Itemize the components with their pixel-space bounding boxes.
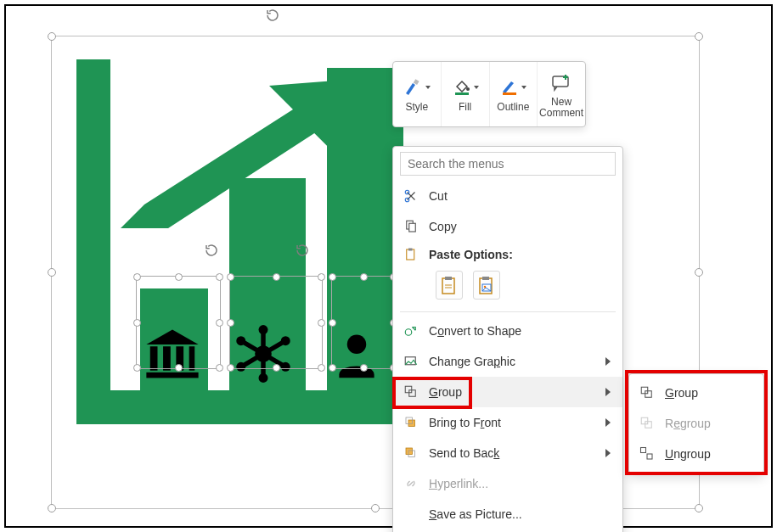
- menu-label: Convert to Shape: [429, 324, 614, 338]
- paste-picture-button[interactable]: [473, 271, 500, 300]
- svg-rect-42: [408, 420, 415, 427]
- resize-handle[interactable]: [329, 364, 336, 372]
- resize-handle[interactable]: [360, 273, 368, 281]
- svg-rect-40: [405, 386, 412, 393]
- rotate-handle[interactable]: [295, 243, 310, 258]
- svg-rect-41: [409, 390, 416, 397]
- resize-handle[interactable]: [216, 364, 223, 372]
- menu-label: Group: [665, 386, 755, 400]
- resize-handle[interactable]: [175, 273, 183, 281]
- resize-handle[interactable]: [175, 364, 183, 372]
- menu-item-change-graphic[interactable]: Change Graphic: [393, 346, 622, 377]
- menu-item-bring-to-front[interactable]: Bring to Front: [393, 407, 622, 438]
- resize-handle[interactable]: [318, 319, 325, 327]
- svg-rect-31: [408, 249, 413, 251]
- context-menu: Cut Copy Paste Options: Convert to Shape…: [392, 146, 623, 532]
- resize-handle[interactable]: [133, 364, 141, 372]
- fill-label: Fill: [459, 102, 471, 113]
- outline-button[interactable]: Outline: [490, 62, 538, 126]
- outline-icon: [499, 76, 526, 99]
- resize-handle[interactable]: [227, 319, 234, 327]
- group-submenu: Group Regroup Ungroup: [628, 373, 764, 473]
- new-comment-label: New Comment: [538, 97, 585, 118]
- menu-item-group[interactable]: Group: [393, 377, 622, 407]
- bring-front-icon: [402, 415, 420, 430]
- style-icon: [403, 76, 431, 99]
- resize-handle[interactable]: [360, 364, 368, 372]
- menu-item-hyperlink: Hyperlink...: [393, 468, 622, 499]
- resize-handle[interactable]: [318, 273, 325, 281]
- resize-handle[interactable]: [216, 273, 223, 281]
- paste-keep-source-button[interactable]: [436, 271, 463, 300]
- menu-label: Send to Back: [429, 446, 597, 460]
- resize-handle[interactable]: [216, 319, 223, 327]
- paste-options-row: [393, 267, 622, 308]
- menu-label: Paste Options:: [429, 248, 614, 261]
- outline-label: Outline: [497, 102, 529, 113]
- menu-item-paste-options: Paste Options:: [393, 242, 622, 267]
- svg-rect-6: [146, 372, 198, 378]
- svg-rect-50: [641, 448, 646, 453]
- resize-handle[interactable]: [48, 504, 56, 512]
- ungroup-icon: [638, 446, 656, 462]
- menu-label: Change Graphic: [429, 355, 597, 368]
- menu-label: Copy: [429, 220, 614, 233]
- resize-handle[interactable]: [318, 364, 325, 372]
- menu-label: Save as Picture...: [429, 507, 614, 521]
- svg-point-38: [405, 329, 412, 336]
- resize-handle[interactable]: [695, 32, 703, 41]
- menu-search-input[interactable]: [400, 152, 616, 176]
- resize-handle[interactable]: [371, 504, 380, 512]
- selection-bounds-inner: [331, 276, 395, 369]
- new-comment-button[interactable]: New Comment: [538, 62, 585, 126]
- menu-item-cut[interactable]: Cut: [393, 181, 622, 211]
- menu-item-send-to-back[interactable]: Send to Back: [393, 438, 622, 468]
- resize-handle[interactable]: [133, 273, 141, 281]
- svg-rect-44: [406, 448, 413, 455]
- paste-icon: [402, 247, 420, 262]
- svg-rect-33: [445, 277, 452, 280]
- resize-handle[interactable]: [227, 273, 234, 281]
- svg-rect-49: [645, 422, 652, 428]
- copy-icon: [402, 219, 420, 234]
- fill-button[interactable]: Fill: [442, 62, 490, 126]
- resize-handle[interactable]: [695, 268, 703, 277]
- svg-rect-51: [647, 454, 652, 459]
- svg-point-22: [466, 87, 470, 91]
- rotate-handle[interactable]: [204, 243, 219, 258]
- menu-item-save-as-picture[interactable]: Save as Picture...: [393, 499, 622, 529]
- submenu-item-ungroup[interactable]: Ungroup: [629, 439, 763, 469]
- chevron-right-icon: [605, 388, 611, 396]
- separator: [400, 311, 616, 312]
- menu-label: Regroup: [665, 417, 755, 430]
- svg-rect-23: [455, 92, 469, 95]
- svg-rect-46: [641, 387, 648, 394]
- menu-label: Ungroup: [665, 447, 755, 461]
- resize-handle[interactable]: [329, 273, 336, 281]
- menu-item-convert-to-shape[interactable]: Convert to Shape: [393, 316, 622, 346]
- style-button[interactable]: Style: [393, 62, 442, 126]
- chevron-right-icon: [605, 418, 611, 427]
- rotate-handle[interactable]: [265, 8, 280, 23]
- fill-icon: [452, 76, 479, 99]
- menu-item-copy[interactable]: Copy: [393, 211, 622, 242]
- chevron-right-icon: [605, 449, 611, 457]
- menu-label: Cut: [429, 189, 614, 203]
- resize-handle[interactable]: [48, 268, 56, 277]
- new-comment-icon: [550, 70, 572, 94]
- resize-handle[interactable]: [695, 504, 703, 512]
- submenu-item-group[interactable]: Group: [629, 378, 763, 408]
- svg-rect-29: [409, 223, 416, 232]
- resize-handle[interactable]: [48, 32, 56, 41]
- svg-point-17: [259, 373, 268, 383]
- svg-rect-35: [482, 277, 489, 280]
- resize-handle[interactable]: [133, 319, 141, 327]
- resize-handle[interactable]: [273, 273, 280, 281]
- resize-handle[interactable]: [273, 364, 280, 372]
- menu-label: Group: [429, 385, 597, 399]
- chevron-right-icon: [605, 357, 611, 366]
- resize-handle[interactable]: [227, 364, 234, 372]
- svg-rect-47: [645, 391, 652, 398]
- group-icon: [638, 385, 656, 400]
- resize-handle[interactable]: [329, 319, 336, 327]
